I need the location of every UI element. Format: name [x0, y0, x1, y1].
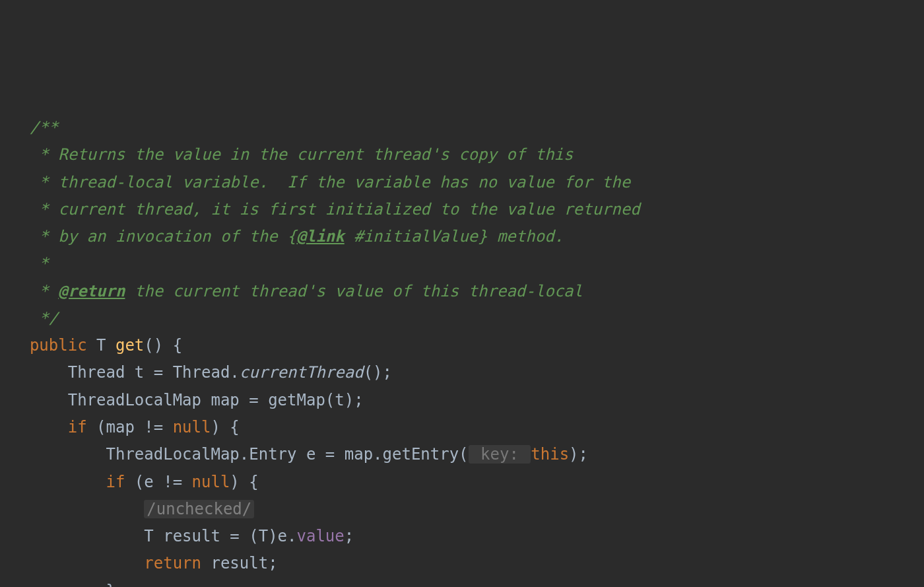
gutter-bar — [11, 554, 30, 572]
brace-close: } — [106, 582, 116, 587]
javadoc-open: /** — [30, 118, 58, 137]
gutter-bar — [11, 118, 30, 137]
parameter-hint: key: — [469, 445, 531, 464]
field-value: value — [297, 527, 345, 545]
indent — [30, 500, 144, 518]
gutter-bar — [11, 473, 30, 491]
gutter-bar — [11, 200, 30, 219]
javadoc-close: */ — [30, 309, 58, 328]
gutter-bar — [11, 500, 30, 518]
code-text: ); — [569, 445, 588, 464]
indent — [30, 582, 106, 587]
keyword-this: this — [531, 445, 569, 464]
gutter-bar — [11, 445, 30, 464]
type-thread: Thread — [68, 363, 125, 382]
keyword-if: if — [68, 418, 87, 436]
javadoc-link-tag: @link — [296, 227, 344, 246]
gutter-bar — [11, 336, 30, 355]
code-text: t = Thread. — [125, 363, 239, 382]
gutter-bar — [11, 227, 30, 246]
keyword-return: return — [144, 554, 201, 572]
keyword-null: null — [173, 418, 211, 436]
gutter-bar — [11, 254, 30, 273]
type-threadlocalmap: ThreadLocalMap — [68, 391, 201, 409]
static-method: currentThread — [240, 363, 364, 382]
type-param: T — [96, 336, 106, 355]
indent — [30, 391, 68, 409]
indent — [30, 445, 106, 464]
javadoc-line: * by an invocation of the { — [30, 227, 297, 246]
keyword-public: public — [30, 336, 87, 355]
indent — [30, 554, 144, 572]
code-text: map = getMap(t); — [201, 391, 364, 409]
code-text: (); — [364, 363, 392, 382]
code-text: e = map.getEntry( — [296, 445, 468, 464]
javadoc-line: * Returns the value in the current threa… — [30, 145, 574, 164]
gutter-bar — [11, 145, 30, 164]
javadoc-return-tag: @return — [58, 282, 125, 300]
javadoc-line: * — [30, 254, 49, 273]
code-text: (map != — [87, 418, 173, 436]
code-text: ) { — [230, 473, 258, 491]
gutter-bar — [11, 418, 30, 436]
indent — [30, 418, 68, 436]
javadoc-line: * current thread, it is first initialize… — [30, 200, 640, 219]
method-name: get — [116, 336, 144, 355]
code-text: result; — [201, 554, 278, 572]
gutter-bar — [11, 363, 30, 382]
indent — [30, 527, 144, 545]
gutter-bar — [11, 527, 30, 545]
javadoc-line: * thread-local variable. If the variable… — [30, 173, 630, 191]
type-param: T — [144, 527, 153, 545]
code-text — [87, 336, 96, 355]
keyword-null: null — [192, 473, 230, 491]
code-text: result = (T)e. — [154, 527, 297, 545]
javadoc-line: #initialValue} method. — [345, 227, 564, 246]
indent — [30, 363, 68, 382]
code-text: ; — [345, 527, 354, 545]
gutter-bar — [11, 391, 30, 409]
indent — [30, 473, 106, 491]
gutter-bar — [11, 173, 30, 191]
folded-annotation[interactable]: /unchecked/ — [144, 500, 254, 518]
gutter-bar — [11, 582, 30, 587]
code-text: (e != — [125, 473, 191, 491]
code-text: () { — [144, 336, 182, 355]
javadoc-line: * — [30, 282, 58, 300]
javadoc-line: the current thread's value of this threa… — [125, 282, 583, 300]
code-text: ) { — [211, 418, 239, 436]
code-text — [106, 336, 116, 355]
keyword-if: if — [106, 473, 125, 491]
type-entry: ThreadLocalMap.Entry — [106, 445, 297, 464]
gutter-bar — [11, 309, 30, 328]
code-editor[interactable]: /** * Returns the value in the current t… — [11, 114, 913, 587]
gutter-bar — [11, 282, 30, 300]
